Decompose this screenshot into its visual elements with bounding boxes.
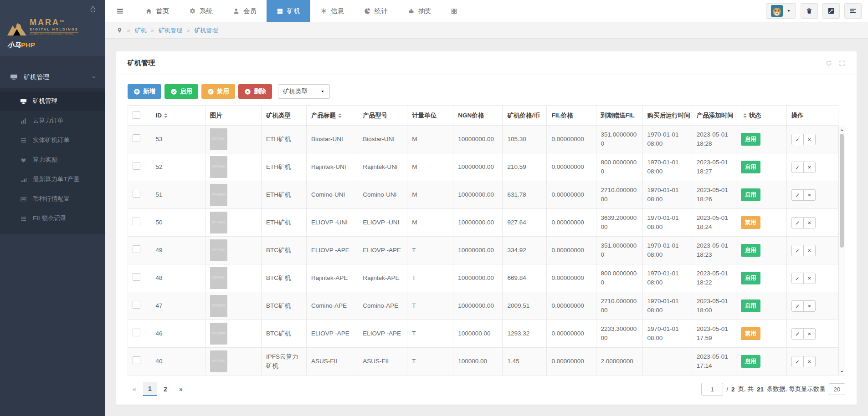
enable-button[interactable]: 启用: [164, 84, 198, 99]
delete-row-button[interactable]: [803, 134, 816, 145]
log-menu-button[interactable]: [844, 3, 862, 19]
sidebar-item-fil-lock[interactable]: FIL锁仓记录: [0, 209, 105, 228]
breadcrumb-link[interactable]: 矿机管理: [159, 26, 182, 35]
sort-arrows-icon[interactable]: [164, 113, 168, 118]
row-checkbox[interactable]: [133, 273, 140, 281]
column-header: 购买后运行时间: [642, 106, 692, 126]
disc-slash-icon: [207, 88, 214, 95]
row-checkbox[interactable]: [133, 190, 140, 198]
edit-row-button[interactable]: [791, 328, 804, 340]
edit-row-button[interactable]: [791, 217, 804, 228]
scrollbar-thumb[interactable]: [840, 134, 844, 248]
column-label: 到期赠送FIL: [601, 112, 635, 119]
edit-row-button[interactable]: [791, 300, 804, 312]
refresh-icon[interactable]: [826, 60, 832, 66]
sidebar-collapse-button[interactable]: [105, 0, 135, 22]
page-number-input[interactable]: [701, 383, 723, 396]
delete-row-button[interactable]: [803, 300, 816, 312]
edit-row-button[interactable]: [791, 245, 804, 256]
delete-row-button[interactable]: [803, 356, 816, 367]
apps-grid-button[interactable]: [442, 0, 467, 22]
squares-icon: [451, 8, 457, 15]
row-checkbox[interactable]: [133, 245, 140, 253]
breadcrumb-link[interactable]: 矿机管理: [194, 26, 218, 35]
pager-prev-button[interactable]: «: [128, 382, 141, 396]
delete-row-button[interactable]: [803, 328, 816, 340]
disable-button[interactable]: 禁用: [201, 84, 235, 99]
table-row: 47找不到图片BTC矿机Comino-APEComino-APET1000000…: [128, 292, 838, 320]
delete-row-button[interactable]: [803, 273, 816, 284]
edit-row-button[interactable]: [791, 189, 804, 201]
delete-row-button[interactable]: [803, 189, 816, 201]
nav-item-info[interactable]: 信息: [310, 0, 354, 22]
row-checkbox[interactable]: [133, 301, 140, 309]
nav-items: 首页系统会员矿机信息统计抽奖: [135, 0, 442, 22]
sidebar-item-latest-output[interactable]: 最新算力单T产量: [0, 170, 105, 189]
per-page-input[interactable]: [829, 383, 845, 395]
hamburger-icon: [116, 7, 124, 15]
edit-row-button[interactable]: [791, 134, 804, 145]
row-actions: [791, 245, 833, 256]
sidebar-item-cloud-orders[interactable]: 云算力订单: [0, 111, 105, 131]
sidebar-item-machine-orders[interactable]: 实体矿机订单: [0, 131, 105, 150]
pager-page-button[interactable]: 1: [143, 382, 157, 396]
list-icon: [20, 215, 27, 222]
cell-run-time: 1970-01-01 08:00: [642, 264, 692, 292]
row-checkbox[interactable]: [133, 218, 140, 225]
sidebar-item-miner-manage[interactable]: 矿机管理: [0, 91, 105, 111]
nav-item-miner[interactable]: 矿机: [267, 0, 310, 22]
nav-item-home[interactable]: 首页: [135, 0, 179, 22]
nav-item-system[interactable]: 系统: [179, 0, 223, 22]
sort-arrows-icon[interactable]: [743, 113, 747, 118]
pager-page-button[interactable]: 2: [159, 382, 172, 396]
cell-ops: [786, 237, 838, 264]
cell-title: Rajintek-UNI: [307, 153, 358, 181]
avatar: [771, 5, 783, 17]
open-site-button[interactable]: [822, 3, 840, 19]
select-all-checkbox[interactable]: [133, 111, 140, 119]
edit-row-button[interactable]: [791, 273, 804, 284]
row-checkbox[interactable]: [133, 134, 140, 142]
clear-cache-button[interactable]: [801, 3, 818, 19]
image-placeholder: 找不到图片: [210, 184, 227, 206]
row-checkbox[interactable]: [133, 356, 140, 364]
pager-next-button[interactable]: »: [174, 382, 188, 396]
breadcrumb-link[interactable]: 矿机: [134, 26, 146, 35]
miner-type-select[interactable]: 矿机类型: [278, 84, 330, 99]
row-checkbox[interactable]: [133, 162, 140, 170]
sidebar-item-label: FIL锁仓记录: [33, 214, 67, 223]
x-icon: [807, 331, 812, 336]
scroll-up-arrow-icon[interactable]: [839, 127, 845, 133]
cell-fil-price: 0.00000000: [547, 348, 596, 375]
sidebar-item-hash-reward[interactable]: 算力奖励: [0, 150, 105, 170]
sort-arrows-icon[interactable]: [338, 113, 342, 118]
scroll-down-arrow-icon[interactable]: [839, 368, 845, 375]
delete-row-button[interactable]: [803, 245, 816, 256]
row-checkbox-cell: [128, 320, 151, 348]
sidebar-item-coin-config[interactable]: 币种行情配置: [0, 189, 105, 209]
delete-button[interactable]: 删除: [238, 84, 272, 99]
edit-row-button[interactable]: [791, 162, 804, 173]
cell-unit: M: [407, 181, 453, 209]
nav-item-lottery[interactable]: 抽奖: [398, 0, 442, 22]
delete-row-button[interactable]: [803, 217, 816, 228]
sidebar-group-miner-manage[interactable]: 矿机管理: [0, 67, 105, 88]
cell-status: 启用: [736, 126, 786, 153]
cell-image: 找不到图片: [205, 264, 261, 292]
delete-row-button[interactable]: [803, 162, 816, 173]
add-button[interactable]: 新增: [128, 84, 161, 99]
fullscreen-icon[interactable]: [839, 60, 845, 66]
x-icon: [807, 304, 812, 309]
nav-item-member[interactable]: 会员: [223, 0, 267, 22]
cell-unit: T: [407, 292, 453, 320]
column-label: 状态: [749, 112, 761, 119]
table-row: 50找不到图片ETH矿机ELIOVP -UNIELIOVP -UNIM10000…: [128, 209, 838, 237]
vertical-scrollbar[interactable]: [838, 126, 845, 375]
main-column: 首页系统会员矿机信息统计抽奖 >矿机>矿机管理>矿机管理 矿机管理: [105, 0, 868, 416]
edit-row-button[interactable]: [791, 356, 804, 367]
row-checkbox[interactable]: [133, 329, 140, 336]
user-menu-button[interactable]: [766, 3, 796, 19]
x-icon: [807, 220, 812, 225]
row-checkbox-cell: [128, 181, 151, 209]
nav-item-stats[interactable]: 统计: [354, 0, 398, 22]
